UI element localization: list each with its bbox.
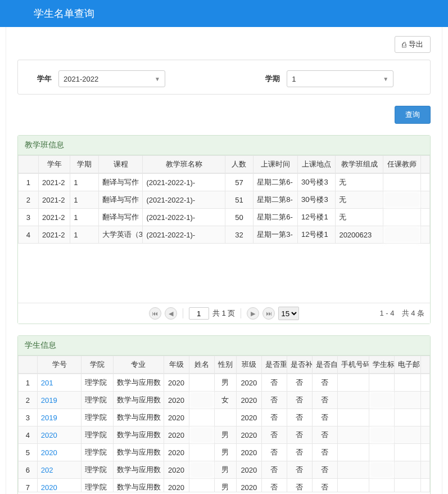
cell xyxy=(337,461,369,479)
column-header[interactable]: 是否补 xyxy=(287,356,312,374)
cell: 32 xyxy=(225,226,254,244)
student-id-link[interactable]: 2019 xyxy=(37,409,82,426)
export-button[interactable]: ⎙ 导出 xyxy=(395,36,431,53)
cell xyxy=(421,479,430,492)
cell xyxy=(189,461,214,479)
cell: 7 xyxy=(19,479,38,492)
cell: 1 xyxy=(19,174,39,191)
cell: 否 xyxy=(312,426,337,444)
table-row[interactable]: 12021-21翻译与写作(2021-2022-1)-57星期二第6-30号楼3… xyxy=(19,174,430,191)
column-header[interactable]: 任课教师 xyxy=(383,156,420,173)
column-header[interactable]: 课程 xyxy=(98,156,143,173)
next-page-button[interactable]: ▶ xyxy=(247,307,259,320)
term-select[interactable]: 1 ▼ xyxy=(287,70,393,87)
cell: 2020 xyxy=(164,479,189,492)
cell: (2021-2022-1)- xyxy=(143,174,225,191)
cell: 2021-2 xyxy=(38,174,70,191)
column-header[interactable]: 人数 xyxy=(225,156,254,173)
table-row[interactable]: 1201理学院数学与应用数2020 男2020否否否 xyxy=(19,374,430,392)
column-header[interactable] xyxy=(421,156,430,173)
column-header[interactable]: 学院 xyxy=(82,356,113,374)
column-header[interactable]: 班级 xyxy=(236,356,261,374)
page-title: 学生名单查询 xyxy=(34,7,94,20)
column-header[interactable]: 专业 xyxy=(113,356,164,374)
column-header[interactable]: 学期 xyxy=(70,156,99,173)
cell: 4 xyxy=(19,426,38,444)
column-header[interactable] xyxy=(421,356,430,374)
table-row[interactable]: 6202理学院数学与应用数2020 男2020否否否 xyxy=(19,461,430,479)
cell xyxy=(369,409,394,426)
column-header[interactable]: 学年 xyxy=(38,156,70,173)
cell: 2021-2 xyxy=(38,209,70,226)
column-header[interactable]: 教学班组成 xyxy=(336,156,383,173)
table-row[interactable]: 32019理学院数学与应用数2020 2020否否否 xyxy=(19,409,430,426)
cell xyxy=(383,174,420,191)
student-id-link[interactable]: 2020 xyxy=(37,444,82,461)
table-row[interactable]: 22021-21翻译与写作(2021-2022-1)-51星期二第8-30号楼3… xyxy=(19,191,430,209)
page-size-select[interactable]: 15 xyxy=(278,307,299,320)
column-header[interactable]: 上课地点 xyxy=(297,156,335,173)
cell: 无 xyxy=(336,191,383,209)
column-header[interactable]: 年级 xyxy=(164,356,189,374)
cell: 否 xyxy=(261,374,287,392)
cell: 数学与应用数 xyxy=(113,461,164,479)
cell xyxy=(394,444,420,461)
cell xyxy=(421,374,430,392)
page-input[interactable] xyxy=(189,307,209,320)
cell: 12号楼1 xyxy=(297,209,335,226)
student-id-link[interactable]: 201 xyxy=(37,374,82,392)
cell: 数学与应用数 xyxy=(113,392,164,409)
cell xyxy=(189,426,214,444)
cell: 57 xyxy=(225,174,254,191)
student-id-link[interactable]: 202 xyxy=(37,461,82,479)
filter-panel: 学年 2021-2022 ▼ 学期 1 ▼ xyxy=(17,60,431,95)
cell: 男 xyxy=(214,444,236,461)
cell xyxy=(369,426,394,444)
student-id-link[interactable]: 2020 xyxy=(37,479,82,492)
table-row[interactable]: 52020理学院数学与应用数2020 男2020否否否 xyxy=(19,444,430,461)
column-header[interactable]: 是否重 xyxy=(261,356,287,374)
cell: 否 xyxy=(287,392,312,409)
cell: 理学院 xyxy=(82,392,113,409)
cell: 理学院 xyxy=(82,461,113,479)
query-button[interactable]: 查询 xyxy=(395,106,431,124)
last-page-button[interactable]: ⏭ xyxy=(263,307,275,320)
query-label: 查询 xyxy=(405,110,420,120)
cell: 否 xyxy=(287,374,312,392)
column-header[interactable]: 学生标 xyxy=(369,356,394,374)
table-row[interactable]: 22019理学院数学与应用数2020 女2020否否否 xyxy=(19,392,430,409)
cell xyxy=(421,174,430,191)
column-header[interactable]: 性别 xyxy=(214,356,236,374)
cell xyxy=(394,409,420,426)
cell xyxy=(394,479,420,492)
column-header[interactable]: 电子邮 xyxy=(394,356,420,374)
column-header[interactable]: 手机号码 xyxy=(337,356,369,374)
class-info-panel: 教学班信息 学年学期课程教学班名称人数上课时间上课地点教学班组成任课教师 120… xyxy=(17,135,431,324)
cell: 6 xyxy=(19,461,38,479)
table-row[interactable]: 42021-21大学英语（3(2021-2022-1)-32星期一第3-12号楼… xyxy=(19,226,430,244)
column-header[interactable]: 学号 xyxy=(37,356,82,374)
column-header[interactable]: 姓名 xyxy=(189,356,214,374)
year-select[interactable]: 2021-2022 ▼ xyxy=(58,70,165,87)
cell: 2021-2 xyxy=(38,226,70,244)
year-label: 学年 xyxy=(29,74,52,84)
student-info-panel: 学生信息 学号学院专业年级姓名性别班级是否重是否补是否自手机号码学生标电子邮 1… xyxy=(17,335,431,494)
table-row[interactable]: 32021-21翻译与写作(2021-2022-1)-50星期二第6-12号楼1… xyxy=(19,209,430,226)
cell: 2020 xyxy=(164,374,189,392)
cell: 1 xyxy=(70,209,99,226)
student-id-link[interactable]: 2020 xyxy=(37,426,82,444)
cell: 50 xyxy=(225,209,254,226)
cell xyxy=(337,374,369,392)
first-page-button[interactable]: ⏮ xyxy=(149,307,161,320)
cell xyxy=(337,426,369,444)
student-id-link[interactable]: 2019 xyxy=(37,392,82,409)
cell: 数学与应用数 xyxy=(113,479,164,492)
column-header[interactable] xyxy=(19,156,39,173)
column-header[interactable] xyxy=(19,356,38,374)
column-header[interactable]: 上课时间 xyxy=(254,156,298,173)
column-header[interactable]: 是否自 xyxy=(312,356,337,374)
table-row[interactable]: 42020理学院数学与应用数2020 男2020否否否 xyxy=(19,426,430,444)
column-header[interactable]: 教学班名称 xyxy=(143,156,225,173)
table-row[interactable]: 72020理学院数学与应用数2020 男2020否否否 xyxy=(19,479,430,492)
prev-page-button[interactable]: ◀ xyxy=(165,307,177,320)
